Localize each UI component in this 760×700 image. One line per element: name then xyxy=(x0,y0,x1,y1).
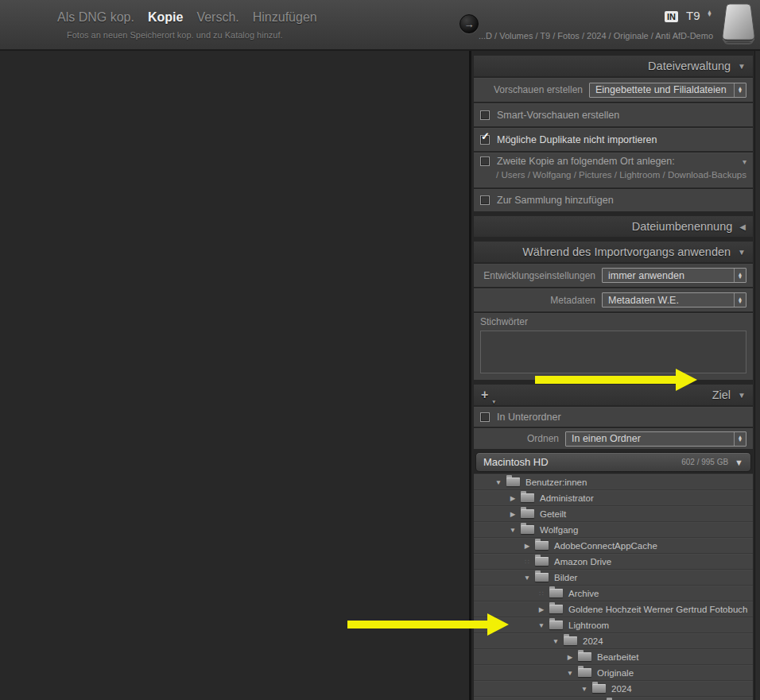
destination-drive-name[interactable]: T9 xyxy=(686,9,700,22)
tree-row[interactable]: ▶Bearbeitet xyxy=(474,648,753,664)
tree-row[interactable]: ∷Amazon Drive xyxy=(474,553,753,569)
smart-previews-checkbox[interactable] xyxy=(480,110,490,120)
tree-label: Bearbeitet xyxy=(597,652,638,662)
tree-label: Bilder xyxy=(554,573,577,582)
folder-icon xyxy=(535,541,549,550)
build-previews-label: Vorschauen erstellen xyxy=(480,84,589,95)
import-right-panel: Dateiverwaltung ▼ Vorschauen erstellen E… xyxy=(471,51,760,700)
panel-header-file-handling[interactable]: Dateiverwaltung ▼ xyxy=(474,56,753,76)
photo-grid-area xyxy=(0,51,471,700)
add-folder-button[interactable]: + ▾ xyxy=(481,388,497,402)
panel-header-apply-during-import[interactable]: Während des Importvorgangs anwenden ▼ xyxy=(474,242,753,262)
develop-settings-row: Entwicklungseinstellungen immer anwenden… xyxy=(474,264,753,287)
second-copy-label[interactable]: Zweite Kopie an folgendem Ort anlegen: xyxy=(497,156,675,167)
folder-icon xyxy=(535,557,549,566)
scrollbar[interactable] xyxy=(754,51,760,700)
tree-row[interactable]: ∷Archive xyxy=(474,585,753,601)
tree-row[interactable]: ▼Originale xyxy=(474,664,753,680)
tree-row[interactable]: ∷Dechsendorfer Weiher xyxy=(474,696,753,700)
second-copy-path[interactable]: / Users / Wolfgang / Pictures / Lightroo… xyxy=(480,170,746,180)
no-duplicates-label[interactable]: Mögliche Duplikate nicht importieren xyxy=(497,134,657,145)
stepper-icon: ▲▼ xyxy=(734,293,746,307)
into-subfolder-checkbox[interactable] xyxy=(480,412,490,422)
folder-icon xyxy=(521,509,534,518)
folder-icon xyxy=(535,573,549,582)
collapse-icon[interactable]: ▼ xyxy=(522,574,533,582)
collapse-icon[interactable]: ▼ xyxy=(536,621,547,629)
tab-copy[interactable]: Kopie xyxy=(148,10,183,25)
no-duplicates-row: ✓ Mögliche Duplikate nicht importieren xyxy=(474,128,753,151)
folder-icon xyxy=(549,621,563,629)
tree-row[interactable]: ▶AdobeConnectAppCache xyxy=(474,537,753,553)
tree-label: Wolfgang xyxy=(540,525,578,535)
tab-copy-as-dng[interactable]: Als DNG kop. xyxy=(57,10,134,25)
collapse-icon[interactable]: ▼ xyxy=(579,685,590,693)
checkmark-icon: ✓ xyxy=(481,133,490,141)
panel-header-file-renaming[interactable]: Dateiumbenennung ◀ xyxy=(474,216,753,237)
keywords-row: Stichwörter xyxy=(474,313,753,380)
tree-row[interactable]: ▼Benutzer:innen xyxy=(474,474,753,489)
keywords-label: Stichwörter xyxy=(480,316,746,327)
collapse-icon[interactable]: ▼ xyxy=(738,62,746,71)
collapse-icon[interactable]: ▼ xyxy=(550,637,561,645)
keywords-input[interactable] xyxy=(480,331,746,373)
build-previews-dropdown[interactable]: Eingebettete und Filialdateien ▲▼ xyxy=(589,83,746,98)
volume-free-space: 602 / 995 GB xyxy=(681,458,728,466)
collapse-icon[interactable]: ▼ xyxy=(507,526,518,534)
tree-row[interactable]: ▼Wolfgang xyxy=(474,521,753,537)
plus-icon: + xyxy=(481,388,488,401)
smart-previews-row: Smart-Vorschauen erstellen xyxy=(474,103,753,126)
expand-icon[interactable]: ▶ xyxy=(522,542,533,550)
tree-label: 2024 xyxy=(583,636,603,646)
tree-label: Geteilt xyxy=(540,509,566,519)
expand-icon[interactable]: ▶ xyxy=(507,494,518,502)
develop-settings-dropdown[interactable]: immer anwenden ▲▼ xyxy=(602,268,746,283)
folder-icon xyxy=(521,493,534,502)
collapse-icon[interactable]: ▼ xyxy=(738,391,746,400)
tree-row[interactable]: ▶Administrator xyxy=(474,489,753,505)
add-to-collection-checkbox[interactable] xyxy=(480,195,490,205)
tree-label: Lightroom xyxy=(568,621,609,630)
add-to-collection-label[interactable]: Zur Sammlung hinzufügen xyxy=(497,195,614,206)
drive-select-stepper-icon[interactable]: ▲ ▼ xyxy=(707,10,712,17)
organize-row: Ordnen In einen Ordner ▲▼ xyxy=(474,428,753,449)
expand-icon[interactable]: ▶ xyxy=(536,605,547,613)
metadata-label: Metadaten xyxy=(480,295,602,306)
expand-icon[interactable]: ▶ xyxy=(507,510,518,518)
panel-title: Dateiverwaltung xyxy=(648,60,731,72)
collapse-icon[interactable]: ▼ xyxy=(735,458,743,467)
destination-path: ...D / Volumes / T9 / Fotos / 2024 / Ori… xyxy=(479,31,713,41)
second-copy-row: Zweite Kopie an folgendem Ort anlegen: ▾… xyxy=(474,153,753,188)
forward-arrow-button[interactable]: → xyxy=(459,14,479,33)
second-copy-checkbox[interactable] xyxy=(480,157,490,166)
import-top-bar: Als DNG kop. Kopie Versch. Hinzufügen Fo… xyxy=(0,0,760,51)
tree-row[interactable]: ▼2024 xyxy=(474,632,753,648)
collapse-icon[interactable]: ▼ xyxy=(738,248,746,257)
panel-header-destination[interactable]: + ▾ Ziel ▼ xyxy=(474,385,753,405)
tree-row[interactable]: ▼2024 xyxy=(474,680,753,696)
tab-move[interactable]: Versch. xyxy=(196,10,238,25)
chevron-down-icon[interactable]: ▾ xyxy=(743,157,746,166)
metadata-dropdown[interactable]: Metadaten W.E. ▲▼ xyxy=(602,292,746,307)
tree-row[interactable]: ▶Geteilt xyxy=(474,505,753,521)
tree-row[interactable]: ▼Lightroom xyxy=(474,617,753,632)
volume-header[interactable]: Macintosh HD 602 / 995 GB ▼ xyxy=(475,452,751,472)
tab-add[interactable]: Hinzufügen xyxy=(253,10,317,25)
organize-dropdown[interactable]: In einen Ordner ▲▼ xyxy=(565,431,746,447)
collapse-icon[interactable]: ▼ xyxy=(564,669,576,677)
into-subfolder-label[interactable]: In Unterordner xyxy=(497,412,561,423)
smart-previews-label[interactable]: Smart-Vorschauen erstellen xyxy=(497,110,619,121)
tree-label: Administrator xyxy=(540,493,594,503)
collapse-icon[interactable]: ▼ xyxy=(493,478,504,486)
tree-row[interactable]: ▶Goldene Hochzeit Werner Gertrud Fotobuc… xyxy=(474,601,753,617)
add-to-collection-row: Zur Sammlung hinzufügen xyxy=(474,189,753,211)
folder-tree: ▼Benutzer:innen▶Administrator▶Geteilt▼Wo… xyxy=(474,474,753,700)
tree-row[interactable]: ▼Bilder xyxy=(474,569,753,585)
no-duplicates-checkbox[interactable]: ✓ xyxy=(480,135,490,145)
right-panel-content: Dateiverwaltung ▼ Vorschauen erstellen E… xyxy=(474,51,753,700)
expand-icon[interactable]: ◀ xyxy=(739,222,746,231)
expand-icon[interactable]: ▶ xyxy=(564,653,576,661)
external-drive-icon xyxy=(720,2,757,50)
in-badge: IN xyxy=(665,11,678,22)
chevron-down-icon: ▾ xyxy=(492,399,495,405)
